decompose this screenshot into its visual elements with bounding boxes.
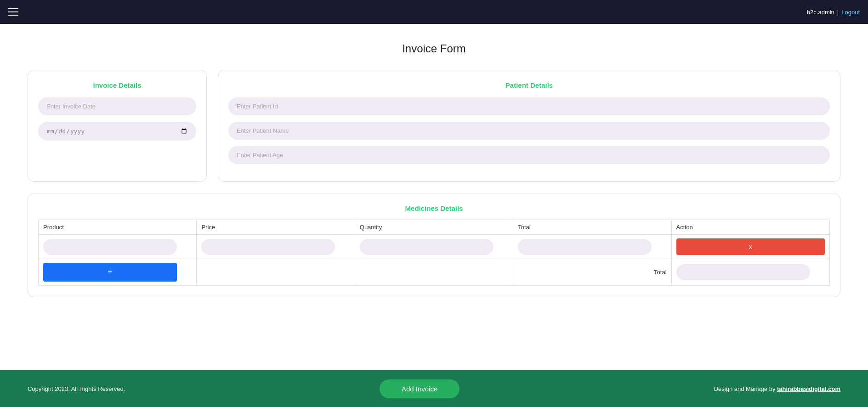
page-title: Invoice Form [28, 42, 840, 55]
table-row: x [39, 235, 830, 259]
price-input[interactable] [201, 239, 335, 255]
grand-total-input[interactable]: 0 [676, 264, 810, 280]
table-header-row: Product Price Quantity Total Action [39, 220, 830, 235]
row-total-input[interactable] [518, 239, 652, 255]
medicines-details-title: Medicines Details [38, 204, 830, 212]
forms-row: Invoice Details Patient Details [28, 70, 840, 182]
col-product: Product [39, 220, 197, 235]
add-invoice-button[interactable]: Add Invoice [380, 379, 460, 398]
invoice-date-text-input[interactable] [38, 97, 196, 115]
header-separator: | [837, 9, 839, 16]
username-label: b2c.admin [807, 9, 834, 16]
action-cell: x [671, 235, 829, 259]
product-input[interactable] [43, 239, 177, 255]
footer-design-credit: Design and Manage by tahirabbasidigital.… [714, 385, 840, 392]
app-header: b2c.admin | Logout [0, 0, 868, 24]
invoice-details-title: Invoice Details [38, 81, 196, 89]
patient-age-input[interactable] [228, 146, 830, 164]
product-cell [39, 235, 197, 259]
footer-design-link[interactable]: tahirabbasidigital.com [777, 385, 840, 392]
medicines-details-card: Medicines Details Product Price Quantity… [28, 193, 840, 297]
quantity-cell [355, 235, 513, 259]
delete-row-button[interactable]: x [676, 238, 825, 255]
footer-copyright: Copyright 2023. All Rights Reserved. [28, 385, 125, 392]
empty-qty-cell [355, 259, 513, 286]
patient-name-input[interactable] [228, 122, 830, 140]
add-row-row: + Total 0 [39, 259, 830, 286]
col-action: Action [671, 220, 829, 235]
col-total: Total [513, 220, 671, 235]
hamburger-menu[interactable] [8, 8, 18, 16]
patient-id-input[interactable] [228, 97, 830, 115]
col-quantity: Quantity [355, 220, 513, 235]
medicines-table: Product Price Quantity Total Action [38, 220, 830, 286]
app-footer: Copyright 2023. All Rights Reserved. Add… [0, 370, 868, 407]
main-content: Invoice Form Invoice Details Patient Det… [0, 24, 868, 370]
invoice-date-picker[interactable] [38, 122, 196, 141]
row-total-cell [513, 235, 671, 259]
add-row-cell: + [39, 259, 197, 286]
header-user-area: b2c.admin | Logout [807, 9, 860, 16]
add-row-button[interactable]: + [43, 263, 177, 282]
invoice-details-card: Invoice Details [28, 70, 207, 182]
logout-link[interactable]: Logout [841, 9, 860, 16]
patient-details-title: Patient Details [228, 81, 830, 89]
price-cell [197, 235, 355, 259]
total-label-cell: Total [513, 259, 671, 286]
footer-design-text: Design and Manage by [714, 385, 777, 392]
quantity-input[interactable] [360, 239, 494, 255]
empty-price-cell [197, 259, 355, 286]
grand-total-cell: 0 [671, 259, 829, 286]
col-price: Price [197, 220, 355, 235]
patient-details-card: Patient Details [218, 70, 840, 182]
